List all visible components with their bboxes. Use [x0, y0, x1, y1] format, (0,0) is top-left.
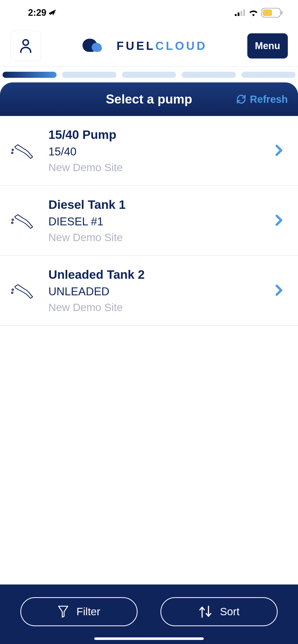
pump-name: Diesel Tank 1	[48, 198, 262, 212]
pump-nozzle-icon	[10, 143, 36, 159]
filter-label: Filter	[76, 606, 100, 618]
footer: Filter Sort	[0, 584, 298, 644]
pump-nozzle-icon	[10, 283, 36, 299]
chevron-wrap	[275, 214, 285, 227]
filter-icon	[58, 605, 69, 618]
svg-rect-3	[243, 9, 245, 16]
progress-segment-5	[241, 72, 295, 78]
profile-button[interactable]	[10, 31, 41, 61]
pump-site: New Demo Site	[48, 301, 262, 314]
menu-button[interactable]: Menu	[247, 33, 288, 58]
pump-info: Unleaded Tank 2 UNLEADED New Demo Site	[48, 268, 262, 314]
svg-rect-0	[235, 14, 237, 16]
svg-point-10	[12, 219, 13, 221]
svg-point-11	[11, 222, 13, 224]
pump-name: Unleaded Tank 2	[48, 268, 262, 282]
chevron-right-icon	[275, 214, 283, 226]
page-title: Select a pump	[106, 92, 192, 107]
svg-point-7	[23, 40, 29, 45]
pump-item[interactable]: 15/40 Pump 15/40 New Demo Site	[0, 116, 298, 186]
pump-site: New Demo Site	[48, 162, 262, 174]
svg-rect-1	[238, 12, 239, 16]
battery-icon	[261, 8, 283, 18]
refresh-icon	[236, 94, 246, 104]
app-header: FUELCLOUD Menu	[0, 25, 298, 67]
sort-icon	[198, 605, 212, 618]
chevron-wrap	[275, 144, 285, 157]
chevron-right-icon	[275, 284, 283, 296]
pump-info: Diesel Tank 1 DIESEL #1 New Demo Site	[48, 198, 262, 244]
signal-icon	[235, 9, 246, 16]
pump-item[interactable]: Unleaded Tank 2 UNLEADED New Demo Site	[0, 256, 298, 326]
svg-rect-2	[240, 11, 242, 16]
svg-point-9	[11, 152, 13, 154]
wifi-icon	[249, 9, 258, 16]
chevron-right-icon	[275, 144, 283, 156]
pump-icon-wrap	[10, 143, 36, 159]
svg-rect-6	[281, 11, 282, 14]
pump-type: 15/40	[48, 145, 262, 158]
menu-label: Menu	[255, 40, 280, 51]
pump-item[interactable]: Diesel Tank 1 DIESEL #1 New Demo Site	[0, 186, 298, 256]
chevron-wrap	[275, 284, 285, 297]
brand-cloud: CLOUD	[155, 39, 207, 52]
status-time: 2:29	[28, 7, 57, 18]
svg-point-12	[12, 289, 13, 290]
home-indicator[interactable]	[94, 637, 204, 640]
pump-icon-wrap	[10, 283, 36, 299]
brand-fuel: FUEL	[117, 39, 155, 52]
progress-segment-4	[182, 72, 236, 78]
pump-list: 15/40 Pump 15/40 New Demo Site Diesel Ta…	[0, 116, 298, 584]
pump-info: 15/40 Pump 15/40 New Demo Site	[48, 128, 262, 174]
progress-indicator	[0, 67, 298, 83]
svg-rect-5	[263, 9, 272, 16]
pump-type: UNLEADED	[48, 285, 262, 298]
status-bar: 2:29	[0, 0, 298, 25]
pump-icon-wrap	[10, 213, 36, 229]
time-text: 2:29	[28, 7, 46, 18]
filter-button[interactable]: Filter	[20, 597, 138, 626]
page-header: Select a pump Refresh	[0, 82, 298, 116]
sort-label: Sort	[220, 606, 239, 618]
user-icon	[19, 39, 32, 53]
brand-text: FUELCLOUD	[117, 39, 207, 53]
sort-button[interactable]: Sort	[160, 597, 278, 626]
svg-point-8	[12, 149, 13, 151]
progress-segment-3	[122, 72, 176, 78]
pump-name: 15/40 Pump	[48, 128, 262, 142]
pump-type: DIESEL #1	[48, 215, 262, 228]
cloud-logo-icon	[82, 37, 109, 55]
brand: FUELCLOUD	[82, 37, 207, 55]
refresh-label: Refresh	[250, 94, 288, 105]
status-icons	[235, 8, 283, 18]
svg-point-13	[11, 292, 13, 294]
progress-segment-1	[3, 72, 57, 78]
refresh-button[interactable]: Refresh	[236, 94, 288, 105]
progress-segment-2	[62, 72, 116, 78]
location-icon	[49, 9, 57, 17]
pump-site: New Demo Site	[48, 231, 262, 244]
pump-nozzle-icon	[10, 213, 36, 229]
